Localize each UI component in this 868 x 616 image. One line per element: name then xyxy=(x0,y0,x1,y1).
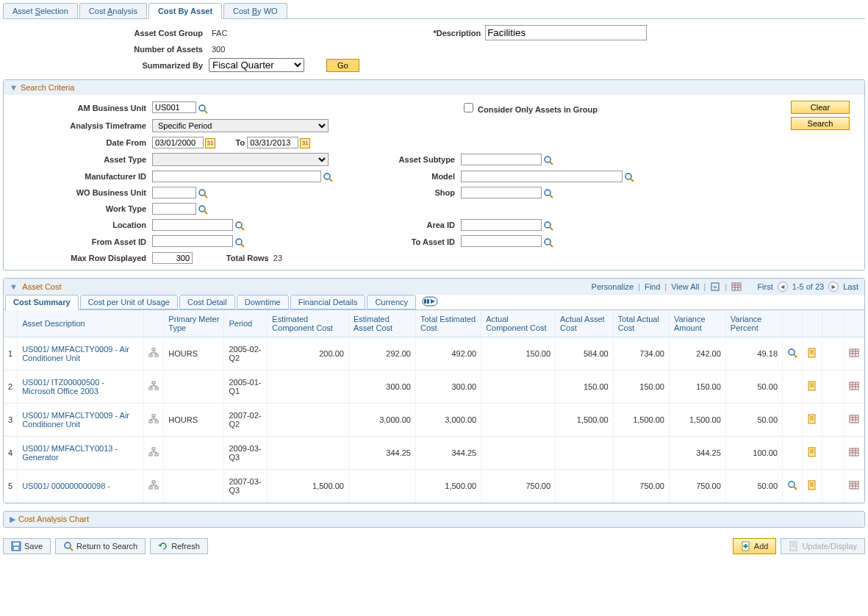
date-to-cal-icon[interactable]: 31 xyxy=(300,138,310,148)
am-bu-input[interactable] xyxy=(152,101,196,113)
grid-detail-icon[interactable] xyxy=(849,381,859,391)
cell-var-pct: 49.18 xyxy=(725,337,782,370)
details-icon[interactable] xyxy=(807,447,817,457)
col-var-pct[interactable]: Variance Percent xyxy=(725,310,782,337)
shop-lookup-icon[interactable] xyxy=(543,188,553,198)
svg-rect-24 xyxy=(14,547,18,550)
details-icon[interactable] xyxy=(807,381,817,391)
hierarchy-icon[interactable] xyxy=(148,414,159,424)
go-button[interactable]: Go xyxy=(326,59,359,72)
nav-last[interactable]: Last xyxy=(843,282,858,291)
tab-cost-by-asset[interactable]: Cost By Asset xyxy=(148,3,222,19)
nav-next-icon[interactable]: ► xyxy=(828,282,839,292)
tab-cost-by-wo[interactable]: Cost By WO xyxy=(223,3,287,18)
asset-desc-link[interactable]: US001/ MMFACLTY0013 - Generator xyxy=(18,436,144,469)
search-button[interactable]: Search xyxy=(791,117,850,130)
location-input[interactable] xyxy=(152,219,233,231)
subtab-cost-detail[interactable]: Cost Detail xyxy=(179,295,235,309)
grid-detail-icon[interactable] xyxy=(849,447,859,457)
nav-first[interactable]: First xyxy=(757,282,772,291)
am-bu-lookup-icon[interactable] xyxy=(198,104,208,114)
shop-input[interactable] xyxy=(461,187,542,198)
hierarchy-icon[interactable] xyxy=(148,480,159,490)
to-asset-input[interactable] xyxy=(461,235,542,247)
asset-desc-link[interactable]: US001/ ITZ00000500 - Microsoft Office 20… xyxy=(18,370,144,403)
asset-desc-link[interactable]: US001/ MMFACLTY0009 - Air Conditioner Un… xyxy=(18,403,144,436)
col-asset-desc[interactable]: Asset Description xyxy=(18,310,144,337)
from-asset-lookup-icon[interactable] xyxy=(234,237,245,248)
asset-desc-link[interactable]: US001/ MMFACLTY0009 - Air Conditioner Un… xyxy=(18,337,144,370)
col-act-comp[interactable]: Actual Component Cost xyxy=(481,310,556,337)
date-from-input[interactable] xyxy=(152,137,204,148)
show-all-tabs-icon[interactable] xyxy=(417,295,442,309)
manufacturer-lookup-icon[interactable] xyxy=(323,172,333,182)
col-period[interactable]: Period xyxy=(224,310,268,337)
wo-bu-input[interactable] xyxy=(152,187,196,198)
work-type-lookup-icon[interactable] xyxy=(198,204,208,215)
zoom-icon[interactable] xyxy=(787,480,797,490)
model-input[interactable] xyxy=(461,171,623,182)
collapse-icon[interactable]: ▼ xyxy=(10,282,18,291)
col-primary-meter[interactable]: Primary Meter Type xyxy=(164,310,224,337)
wo-bu-lookup-icon[interactable] xyxy=(198,188,208,198)
subtab-financial[interactable]: Financial Details xyxy=(290,295,366,309)
col-tot-act[interactable]: Total Actual Cost xyxy=(613,310,669,337)
hierarchy-icon[interactable] xyxy=(148,348,159,358)
view-all-link[interactable]: View All xyxy=(671,282,699,291)
grid-detail-icon[interactable] xyxy=(849,414,859,424)
manufacturer-input[interactable] xyxy=(152,171,321,182)
nav-prev-icon[interactable]: ◄ xyxy=(778,282,788,292)
area-id-lookup-icon[interactable] xyxy=(543,221,553,231)
asset-type-select[interactable] xyxy=(152,153,329,166)
refresh-button[interactable]: Refresh xyxy=(150,538,208,554)
col-act-asset[interactable]: Actual Asset Cost xyxy=(556,310,614,337)
tab-asset-selection[interactable]: Asset Selection xyxy=(3,3,78,18)
search-criteria-header[interactable]: ▼ Search Criteria xyxy=(4,80,864,95)
hierarchy-icon[interactable] xyxy=(148,381,159,391)
date-from-cal-icon[interactable]: 31 xyxy=(205,138,215,148)
consider-only-checkbox-label[interactable]: Consider Only Assets in Group xyxy=(461,105,598,114)
zoom-icon[interactable] xyxy=(787,348,797,358)
subtab-downtime[interactable]: Downtime xyxy=(237,295,289,309)
col-var-amt[interactable]: Variance Amount xyxy=(669,310,725,337)
col-est-asset[interactable]: Estimated Asset Cost xyxy=(348,310,415,337)
download-icon[interactable] xyxy=(710,282,720,292)
col-tot-est[interactable]: Total Estimated Cost xyxy=(415,310,481,337)
details-icon[interactable] xyxy=(807,414,817,424)
area-id-input[interactable] xyxy=(461,219,542,231)
date-to-input[interactable] xyxy=(247,137,298,148)
model-lookup-icon[interactable] xyxy=(624,172,634,182)
work-type-input[interactable] xyxy=(152,203,196,215)
tab-cost-analysis[interactable]: Cost Analysis xyxy=(79,3,147,18)
cost-analysis-chart-header[interactable]: ▶ Cost Analysis Chart xyxy=(4,512,864,527)
analysis-tf-select[interactable]: Specific Period xyxy=(152,119,329,132)
asset-subtype-input[interactable] xyxy=(461,154,542,165)
location-lookup-icon[interactable] xyxy=(234,221,245,231)
find-link[interactable]: Find xyxy=(645,282,660,291)
hierarchy-icon[interactable] xyxy=(148,447,159,457)
add-button[interactable]: Add xyxy=(733,538,777,554)
clear-button[interactable]: Clear xyxy=(791,101,850,114)
subtab-cost-per-unit[interactable]: Cost per Unit of Usage xyxy=(80,295,178,309)
subtab-cost-summary[interactable]: Cost Summary xyxy=(5,295,79,310)
description-input[interactable] xyxy=(485,25,647,40)
details-icon[interactable] xyxy=(807,348,817,358)
return-button[interactable]: Return to Search xyxy=(55,538,146,554)
summarized-by-select[interactable]: Fiscal Quarter xyxy=(209,58,304,72)
save-button[interactable]: Save xyxy=(3,538,51,554)
from-asset-input[interactable] xyxy=(152,235,233,247)
return-icon xyxy=(63,541,73,551)
to-asset-lookup-icon[interactable] xyxy=(543,237,553,248)
asset-desc-link[interactable]: US001/ 000000000098 - xyxy=(18,469,144,502)
zoom-grid-icon[interactable] xyxy=(731,282,742,292)
asset-subtype-lookup-icon[interactable] xyxy=(543,155,553,165)
details-icon[interactable] xyxy=(807,480,817,490)
grid-detail-icon[interactable] xyxy=(849,348,859,358)
analysis-tf-label: Analysis Timeframe xyxy=(12,121,152,130)
max-row-input[interactable] xyxy=(152,252,193,264)
subtab-currency[interactable]: Currency xyxy=(367,295,416,309)
col-est-comp[interactable]: Estimated Component Cost xyxy=(268,310,349,337)
consider-only-checkbox[interactable] xyxy=(464,103,473,112)
grid-detail-icon[interactable] xyxy=(849,480,859,490)
personalize-link[interactable]: Personalize xyxy=(592,282,634,291)
